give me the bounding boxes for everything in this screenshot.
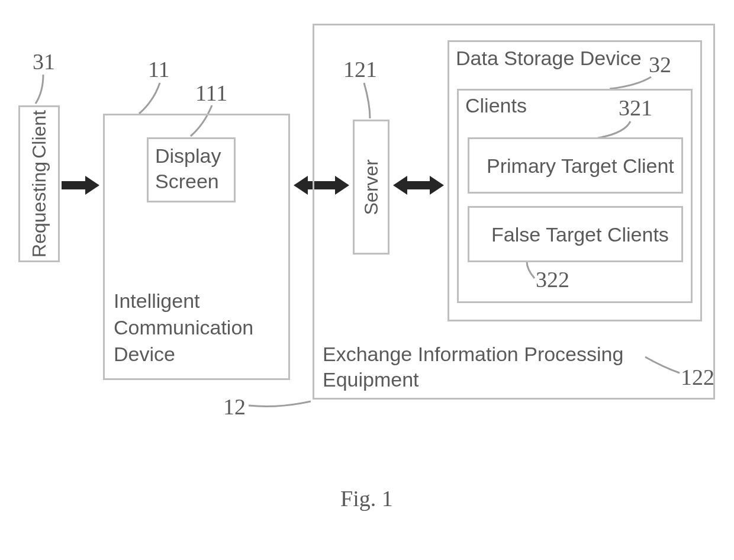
arrow-server-ds-shaft — [406, 181, 431, 189]
display-screen-l1: Display — [155, 145, 221, 167]
clients-box — [457, 89, 693, 303]
icd-l1: Intelligent — [114, 290, 200, 312]
arrow-rc-to-icd-head — [85, 176, 99, 195]
requesting-client-box: Requesting Client — [18, 105, 60, 262]
icd-l3: Device — [114, 343, 175, 365]
server-label: Server — [362, 159, 381, 215]
requesting-client-word2: Client — [30, 110, 49, 159]
display-screen-l2: Screen — [155, 170, 219, 192]
requesting-client-word1: Requesting — [30, 162, 49, 258]
exchange-l2: Equipment — [323, 369, 419, 391]
icd-l2: Communication — [114, 317, 253, 339]
arrow-server-ds-head-r — [430, 176, 444, 195]
false-target-label: False Target Clients — [491, 224, 669, 246]
data-storage-label: Data Storage Device — [456, 47, 642, 69]
primary-target-label: Primary Target Client — [487, 155, 674, 177]
server-label-wrap: Server — [355, 121, 388, 253]
figure-caption: Fig. 1 — [340, 485, 393, 511]
arrow-rc-to-icd-shaft — [62, 181, 86, 189]
server-box: Server — [353, 120, 389, 255]
arrow-server-ds-head-l — [393, 176, 407, 195]
clients-label: Clients — [465, 95, 527, 117]
exchange-l1: Exchange Information Processing — [323, 343, 623, 365]
requesting-client-label: Requesting Client — [20, 107, 58, 260]
arrow-icd-server-head-l — [294, 176, 308, 195]
